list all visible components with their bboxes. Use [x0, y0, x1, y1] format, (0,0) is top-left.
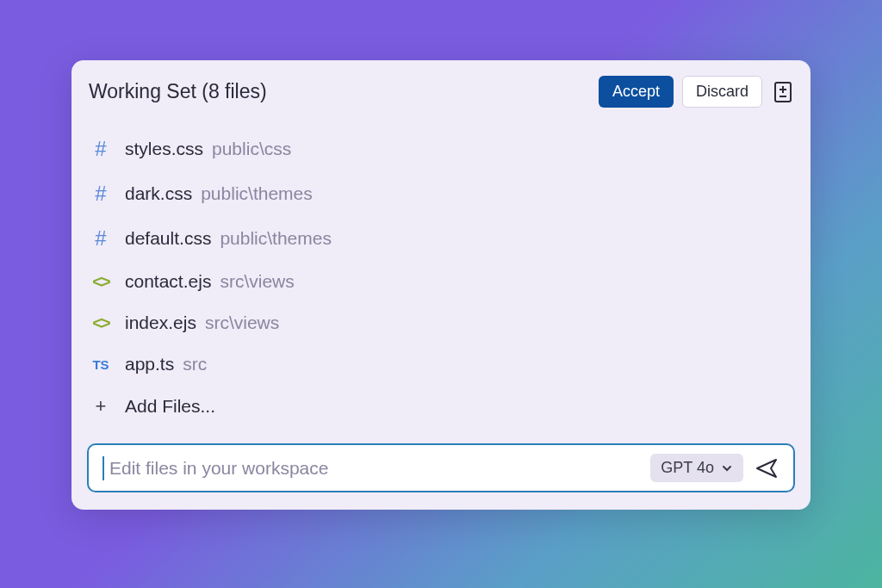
file-row[interactable]: TS app.ts src: [87, 344, 795, 385]
hash-icon: #: [89, 226, 113, 251]
accept-button[interactable]: Accept: [599, 76, 674, 108]
diff-icon[interactable]: [771, 79, 795, 105]
send-icon: [755, 458, 780, 479]
file-name: default.css: [125, 228, 211, 249]
file-path: src\views: [205, 313, 279, 333]
working-set-panel: Working Set (8 files) Accept Discard # s…: [71, 60, 811, 510]
discard-button[interactable]: Discard: [682, 76, 762, 108]
text-cursor: [102, 456, 104, 480]
file-path: public\css: [212, 139, 291, 159]
header-actions: Accept Discard: [599, 76, 795, 108]
file-row[interactable]: <> index.ejs src\views: [87, 302, 795, 344]
code-icon: <>: [89, 272, 113, 292]
hash-icon: #: [89, 137, 113, 161]
panel-header: Working Set (8 files) Accept Discard: [87, 76, 795, 108]
ts-icon: TS: [89, 357, 113, 372]
file-list: # styles.css public\css # dark.css publi…: [87, 127, 795, 428]
model-selector[interactable]: GPT 4o: [650, 454, 743, 482]
send-button[interactable]: [755, 458, 780, 479]
prompt-placeholder: Edit files in your workspace: [109, 458, 638, 479]
file-name: contact.ejs: [125, 271, 211, 292]
prompt-input-bar[interactable]: Edit files in your workspace GPT 4o: [87, 443, 795, 492]
file-row[interactable]: <> contact.ejs src\views: [87, 261, 795, 302]
file-row[interactable]: # dark.css public\themes: [87, 171, 795, 216]
code-icon: <>: [89, 313, 113, 333]
chevron-down-icon: [721, 462, 733, 474]
file-row[interactable]: # default.css public\themes: [87, 216, 795, 261]
add-files-row[interactable]: + Add Files...: [87, 385, 795, 428]
add-files-label: Add Files...: [125, 396, 215, 417]
hash-icon: #: [89, 182, 113, 206]
file-path: src: [183, 354, 207, 374]
file-path: public\themes: [201, 183, 313, 204]
file-path: public\themes: [220, 228, 332, 249]
plus-icon: +: [89, 395, 113, 418]
file-name: app.ts: [125, 354, 174, 374]
file-name: dark.css: [125, 183, 192, 204]
file-path: src\views: [220, 271, 294, 292]
model-name: GPT 4o: [661, 459, 714, 477]
panel-title: Working Set (8 files): [87, 80, 267, 103]
file-name: styles.css: [125, 139, 203, 159]
file-name: index.ejs: [125, 313, 196, 333]
file-row[interactable]: # styles.css public\css: [87, 127, 795, 171]
